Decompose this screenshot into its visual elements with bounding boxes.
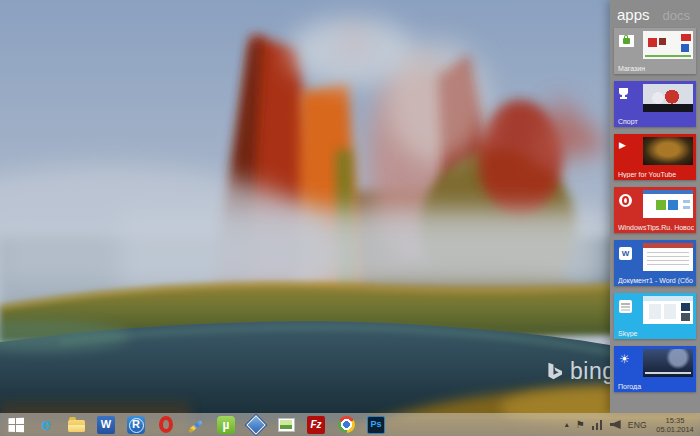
pinned-apps: e W R µ	[0, 415, 386, 435]
word-icon[interactable]: W	[96, 415, 116, 435]
filezilla-icon[interactable]: Fz	[306, 415, 326, 435]
bing-logo-icon	[544, 361, 566, 383]
tray-date: 05.01.2014	[656, 425, 694, 434]
word-glyph: W	[97, 416, 115, 434]
photo-icon	[278, 418, 295, 432]
opera-ring-icon	[159, 416, 173, 433]
photo-viewer-icon[interactable]	[276, 415, 296, 435]
desktop: bing apps docs Магазин Спорт ▶ Hyper for…	[0, 0, 700, 436]
app-tile-skype[interactable]: Skype	[614, 293, 696, 339]
youtube-thumbnail	[643, 137, 693, 165]
sun-icon: ☀	[619, 353, 630, 365]
tab-docs[interactable]: docs	[663, 8, 690, 23]
bing-logo: bing	[544, 358, 615, 385]
folder-icon	[68, 420, 85, 432]
photoshop-glyph: Ps	[367, 416, 385, 434]
tile-label: Спорт	[618, 118, 694, 125]
system-tray: ▴ ⚑ ENG 15:35 05.01.2014	[565, 413, 698, 436]
pencil-icon	[188, 417, 204, 433]
clock[interactable]: 15:35 05.01.2014	[654, 416, 696, 434]
r-glyph: R	[127, 416, 145, 434]
chrome-circle-icon	[338, 416, 355, 433]
start-button[interactable]	[6, 415, 26, 435]
utorrent-glyph: µ	[217, 416, 235, 434]
show-hidden-icons-button[interactable]: ▴	[565, 421, 569, 429]
tile-label: Hyper for YouTube	[618, 171, 694, 178]
volume-icon[interactable]	[610, 420, 621, 429]
bing-logo-text: bing	[570, 358, 615, 385]
diamond-app-icon[interactable]	[246, 415, 266, 435]
diamond-icon	[246, 415, 266, 435]
ie-glyph: e	[41, 416, 50, 433]
filezilla-glyph: Fz	[307, 416, 325, 434]
word-icon: W	[619, 247, 632, 260]
store-icon	[619, 35, 634, 47]
tile-label: Skype	[618, 330, 694, 337]
tile-label: Погода	[618, 383, 694, 390]
skype-app-icon	[619, 300, 632, 313]
weather-thumbnail	[643, 349, 693, 377]
internet-explorer-icon[interactable]: e	[36, 415, 56, 435]
windows-logo-icon	[8, 417, 24, 431]
windowstips-thumbnail	[643, 190, 693, 218]
app-tile-sport[interactable]: Спорт	[614, 81, 696, 127]
app-tile-weather[interactable]: ☀ Погода	[614, 346, 696, 392]
tile-label: Магазин	[618, 65, 694, 72]
app-switcher-panel: apps docs Магазин Спорт ▶ Hyper for YouT…	[610, 0, 700, 413]
tile-label: Документ1 - Word (Сбо	[618, 277, 694, 284]
photoshop-icon[interactable]: Ps	[366, 415, 386, 435]
trophy-icon	[619, 88, 628, 95]
app-tile-windowstips[interactable]: WindowsTips.Ru. Новост	[614, 187, 696, 233]
utorrent-icon[interactable]: µ	[216, 415, 236, 435]
skype-thumbnail	[643, 296, 693, 324]
tab-apps[interactable]: apps	[617, 6, 650, 23]
app-tile-store[interactable]: Магазин	[614, 28, 696, 74]
app-tile-word-document[interactable]: W Документ1 - Word (Сбо	[614, 240, 696, 286]
opera-icon	[619, 194, 632, 207]
switcher-tabs: apps docs	[610, 0, 700, 28]
network-icon[interactable]	[592, 420, 603, 430]
sport-thumbnail	[643, 84, 693, 112]
chrome-icon[interactable]	[336, 415, 356, 435]
r-app-icon[interactable]: R	[126, 415, 146, 435]
tile-label: WindowsTips.Ru. Новост	[618, 224, 694, 231]
action-center-flag-icon[interactable]: ⚑	[576, 420, 585, 430]
word-thumbnail	[643, 243, 693, 271]
play-icon: ▶	[619, 141, 626, 150]
file-explorer-icon[interactable]	[66, 415, 86, 435]
pencil-app-icon[interactable]	[186, 415, 206, 435]
tray-time: 15:35	[666, 416, 685, 425]
opera-icon[interactable]	[156, 415, 176, 435]
app-tile-hyper-youtube[interactable]: ▶ Hyper for YouTube	[614, 134, 696, 180]
language-indicator[interactable]: ENG	[628, 420, 647, 430]
store-thumbnail	[643, 31, 693, 59]
